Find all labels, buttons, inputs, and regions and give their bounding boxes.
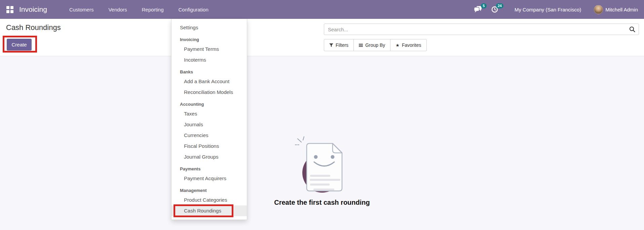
star-icon: ★ bbox=[395, 43, 400, 47]
search-input[interactable] bbox=[324, 24, 639, 35]
company-switcher[interactable]: My Company (San Francisco) bbox=[515, 7, 581, 12]
activities-badge: 24 bbox=[496, 3, 503, 8]
nav-reporting[interactable]: Reporting bbox=[134, 0, 171, 19]
app-brand[interactable]: Invoicing bbox=[19, 5, 47, 13]
control-panel: Cash Roundings Create Filters Group By bbox=[0, 19, 644, 56]
page-title: Cash Roundings bbox=[6, 23, 61, 32]
menu-item-currencies[interactable]: Currencies bbox=[172, 130, 247, 141]
messages-badge: 5 bbox=[481, 3, 487, 8]
favorites-label: Favorites bbox=[402, 42, 421, 48]
menu-item-payment-terms[interactable]: Payment Terms bbox=[172, 44, 247, 55]
navbar-menu: Customers Vendors Reporting Configuratio… bbox=[62, 0, 216, 19]
filters-label: Filters bbox=[336, 42, 348, 48]
user-avatar[interactable] bbox=[594, 5, 603, 14]
menu-section-accounting: Accounting bbox=[172, 100, 247, 108]
menu-item-payment-acquirers[interactable]: Payment Acquirers bbox=[172, 173, 247, 184]
menu-item-fiscal-positions[interactable]: Fiscal Positions bbox=[172, 141, 247, 152]
user-menu[interactable]: Mitchell Admin bbox=[605, 7, 638, 12]
search-icon[interactable] bbox=[629, 26, 635, 32]
messages-icon[interactable]: 5 bbox=[473, 5, 482, 13]
filter-funnel-icon bbox=[329, 43, 333, 47]
menu-item-taxes[interactable]: Taxes bbox=[172, 108, 247, 119]
menu-item-add-bank-account[interactable]: Add a Bank Account bbox=[172, 76, 247, 87]
configuration-dropdown: Settings Invoicing Payment Terms Incoter… bbox=[171, 19, 247, 220]
nav-vendors[interactable]: Vendors bbox=[101, 0, 134, 19]
group-by-bars-icon bbox=[359, 43, 363, 47]
empty-state-illustration bbox=[295, 136, 345, 196]
create-button-area: Create bbox=[7, 39, 32, 51]
menu-item-cash-roundings[interactable]: Cash Roundings bbox=[172, 205, 247, 216]
activities-icon[interactable]: 24 bbox=[490, 5, 499, 13]
menu-item-reconciliation-models[interactable]: Reconciliation Models bbox=[172, 87, 247, 98]
filters-button[interactable]: Filters bbox=[324, 39, 354, 51]
menu-item-journals[interactable]: Journals bbox=[172, 119, 247, 130]
menu-section-payments: Payments bbox=[172, 165, 247, 173]
nav-configuration[interactable]: Configuration bbox=[171, 0, 216, 19]
menu-section-banks: Banks bbox=[172, 68, 247, 76]
nav-customers[interactable]: Customers bbox=[62, 0, 101, 19]
content-area: Create the first cash rounding bbox=[0, 56, 644, 230]
menu-item-settings[interactable]: Settings bbox=[172, 22, 247, 33]
group-by-label: Group By bbox=[365, 42, 385, 48]
empty-state-caption: Create the first cash rounding bbox=[274, 199, 370, 206]
favorites-button[interactable]: ★ Favorites bbox=[390, 39, 426, 51]
apps-grid-icon[interactable] bbox=[6, 6, 13, 13]
top-navbar: Invoicing Customers Vendors Reporting Co… bbox=[0, 0, 644, 19]
menu-item-product-categories[interactable]: Product Categories bbox=[172, 195, 247, 205]
menu-section-management: Management bbox=[172, 187, 247, 195]
create-button[interactable]: Create bbox=[7, 39, 32, 51]
menu-item-incoterms[interactable]: Incoterms bbox=[172, 55, 247, 65]
group-by-button[interactable]: Group By bbox=[353, 39, 390, 51]
search-filter-buttons: Filters Group By ★ Favorites bbox=[324, 39, 427, 51]
menu-item-journal-groups[interactable]: Journal Groups bbox=[172, 152, 247, 162]
menu-item-cash-roundings-label: Cash Roundings bbox=[184, 208, 221, 213]
chat-bubbles-icon bbox=[474, 6, 482, 13]
search-area bbox=[324, 24, 639, 35]
systray: 5 24 My Company (San Francisco) Mitchell… bbox=[473, 5, 640, 14]
menu-section-invoicing: Invoicing bbox=[172, 36, 247, 44]
